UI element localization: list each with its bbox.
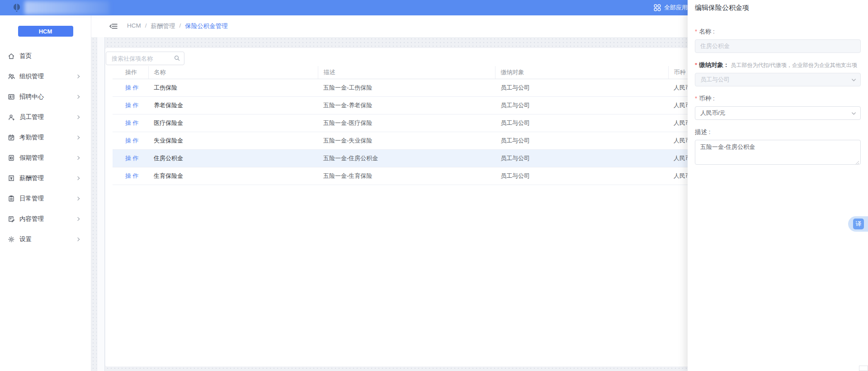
breadcrumb: HCM / 薪酬管理 / 保险公积金管理 xyxy=(127,22,228,30)
sidebar-item-home[interactable]: 首页 xyxy=(0,46,91,66)
cell-payer: 员工与公司 xyxy=(495,96,668,114)
breadcrumb-separator: / xyxy=(179,22,181,30)
required-mark: * xyxy=(695,28,697,35)
field-payer-label: 缴纳对象 xyxy=(699,62,723,68)
sidebar-item-settings[interactable]: 设置 xyxy=(0,229,91,249)
cell-description: 五险一金-住房公积金 xyxy=(318,149,495,167)
row-action-link[interactable]: 操 作 xyxy=(125,102,139,109)
chevron-right-icon xyxy=(76,156,80,159)
sidebar: HCM 首页 组织管理 招聘中心 员工管理 考勤管理 假期管理 xyxy=(0,15,91,371)
sidebar-menu: 首页 组织管理 招聘中心 员工管理 考勤管理 假期管理 xyxy=(0,46,91,249)
sidebar-item-organization[interactable]: 组织管理 xyxy=(0,66,91,86)
payer-select[interactable]: 员工与公司 xyxy=(695,73,861,86)
chevron-right-icon xyxy=(76,135,80,139)
breadcrumb-item-current[interactable]: 保险公积金管理 xyxy=(185,22,228,30)
field-name-label: 名称 xyxy=(699,28,711,35)
field-description-label: 描述 xyxy=(695,128,707,135)
cell-payer: 员工与公司 xyxy=(495,149,668,167)
content-icon xyxy=(8,215,15,223)
name-input-wrap xyxy=(695,39,861,53)
salary-icon xyxy=(8,175,15,182)
row-action-link[interactable]: 操 作 xyxy=(125,84,139,91)
brand-name-blurred xyxy=(24,1,109,14)
description-textarea-wrap: 五险一金-住房公积金 xyxy=(695,140,861,165)
translate-widget: 译 xyxy=(848,216,868,232)
chevron-right-icon xyxy=(76,115,80,119)
sidebar-item-daily[interactable]: 日常管理 xyxy=(0,188,91,209)
chevron-right-icon xyxy=(76,237,80,241)
chevron-right-icon xyxy=(76,176,80,180)
field-currency: *币种 : 人民币/元 xyxy=(695,95,861,120)
field-currency-label: 币种 xyxy=(699,95,711,102)
cell-name: 住房公积金 xyxy=(148,149,318,167)
cell-description: 五险一金-工伤保险 xyxy=(318,79,495,96)
row-action-link[interactable]: 操 作 xyxy=(125,119,139,126)
scrollbar-corner xyxy=(859,366,868,371)
field-payer: *缴纳对象 :员工部份为代扣/代缴项，企业部份为企业其他支出项 员工与公司 xyxy=(695,61,861,86)
chevron-right-icon xyxy=(76,95,80,98)
required-mark: * xyxy=(695,62,697,68)
column-header-name: 名称 xyxy=(148,66,318,79)
cell-description: 五险一金-失业保险 xyxy=(318,132,495,149)
home-icon xyxy=(8,52,15,60)
cell-description: 五险一金-生育保险 xyxy=(318,167,495,185)
column-header-description: 描述 xyxy=(318,66,495,79)
sidebar-fold-button[interactable] xyxy=(109,22,118,31)
edit-insurance-drawer: 编辑保险公积金项 *名称 : *缴纳对象 :员工部份为代扣/代缴项，企业部份为企… xyxy=(688,0,868,371)
cell-payer: 员工与公司 xyxy=(495,132,668,149)
cell-payer: 员工与公司 xyxy=(495,114,668,132)
breadcrumb-item-payroll[interactable]: 薪酬管理 xyxy=(151,22,175,30)
sidebar-item-recruitment[interactable]: 招聘中心 xyxy=(0,86,91,107)
daily-icon xyxy=(8,195,15,202)
cell-description: 五险一金-养老保险 xyxy=(318,96,495,114)
row-action-link[interactable]: 操 作 xyxy=(125,155,139,162)
settings-icon xyxy=(8,236,15,243)
recruit-icon xyxy=(8,93,15,100)
sidebar-item-payroll[interactable]: 薪酬管理 xyxy=(0,168,91,188)
search-box xyxy=(106,52,184,65)
cell-name: 医疗保险金 xyxy=(148,114,318,132)
required-mark: * xyxy=(695,95,697,102)
chevron-right-icon xyxy=(76,196,80,200)
cell-description: 五险一金-医疗保险 xyxy=(318,114,495,132)
search-input[interactable] xyxy=(106,52,184,65)
cell-name: 生育保险金 xyxy=(148,167,318,185)
cell-name: 养老保险金 xyxy=(148,96,318,114)
chevron-down-icon xyxy=(851,110,857,116)
org-icon xyxy=(8,73,15,80)
attendance-icon xyxy=(8,134,15,141)
currency-select[interactable]: 人民币/元 xyxy=(695,106,861,120)
all-apps-button[interactable]: 全部应用 xyxy=(654,0,688,15)
breadcrumb-separator: / xyxy=(145,22,147,30)
chevron-right-icon xyxy=(76,74,80,78)
row-action-link[interactable]: 操 作 xyxy=(125,172,139,179)
column-header-action: 操作 xyxy=(113,66,148,79)
row-action-link[interactable]: 操 作 xyxy=(125,137,139,144)
column-header-payer: 缴纳对象 xyxy=(495,66,668,79)
sidebar-item-content[interactable]: 内容管理 xyxy=(0,209,91,229)
field-payer-hint: 员工部份为代扣/代缴项，企业部份为企业其他支出项 xyxy=(731,62,857,68)
sidebar-item-employees[interactable]: 员工管理 xyxy=(0,107,91,127)
chevron-right-icon xyxy=(76,217,80,220)
cell-name: 工伤保险 xyxy=(148,79,318,96)
all-apps-label: 全部应用 xyxy=(664,4,688,12)
holiday-icon xyxy=(8,154,15,162)
field-name: *名称 : xyxy=(695,28,861,53)
cell-name: 失业保险金 xyxy=(148,132,318,149)
cell-payer: 员工与公司 xyxy=(495,167,668,185)
name-input[interactable] xyxy=(695,40,860,52)
description-textarea[interactable]: 五险一金-住房公积金 xyxy=(700,143,855,162)
translate-button[interactable]: 译 xyxy=(853,219,864,229)
drawer-form: *名称 : *缴纳对象 :员工部份为代扣/代缴项，企业部份为企业其他支出项 员工… xyxy=(695,28,861,165)
employee-icon xyxy=(8,114,15,121)
search-icon[interactable] xyxy=(174,55,180,62)
brand-logo-icon xyxy=(11,1,23,14)
hcm-logo-button[interactable]: HCM xyxy=(18,26,73,37)
scrollbar-track[interactable] xyxy=(97,37,105,371)
fold-menu-icon xyxy=(109,22,118,31)
breadcrumb-item-hcm[interactable]: HCM xyxy=(127,22,141,30)
sidebar-item-leave[interactable]: 假期管理 xyxy=(0,147,91,168)
drawer-title: 编辑保险公积金项 xyxy=(695,4,861,12)
resize-grip-icon[interactable] xyxy=(855,159,859,163)
sidebar-item-attendance[interactable]: 考勤管理 xyxy=(0,127,91,147)
